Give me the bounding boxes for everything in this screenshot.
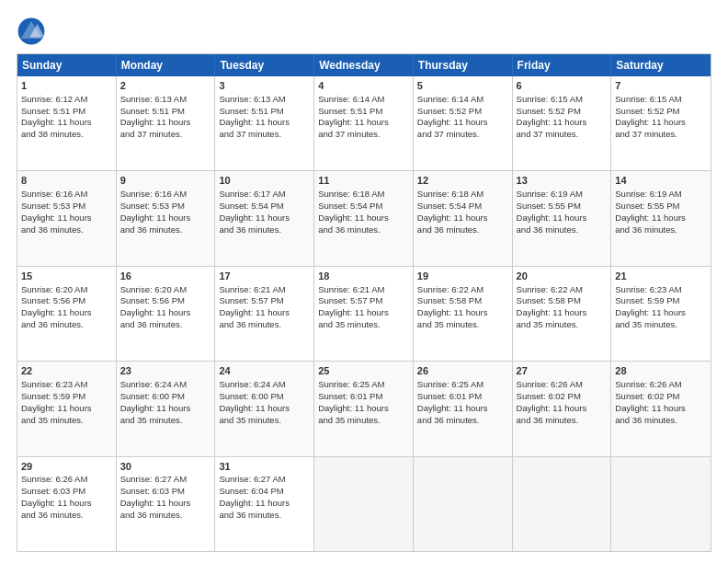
daylight-minutes: and 36 minutes. [417,224,480,235]
calendar-cell-12: 12Sunrise: 6:18 AMSunset: 5:54 PMDayligh… [414,171,513,265]
day-number: 2 [120,79,211,93]
sunrise-label: Sunrise: 6:22 AM [517,284,583,294]
sunset-label: Sunset: 6:01 PM [417,391,482,401]
day-number: 20 [517,270,608,283]
daylight-minutes: and 37 minutes. [615,129,677,139]
sunset-label: Sunset: 5:55 PM [517,201,581,211]
header-day-sunday: Sunday [17,54,117,76]
sunrise-label: Sunrise: 6:12 AM [21,94,87,104]
day-number: 21 [615,270,707,283]
daylight-minutes: and 36 minutes. [120,224,183,235]
calendar-cell-empty [513,457,612,551]
calendar-cell-7: 7Sunrise: 6:15 AMSunset: 5:52 PMDaylight… [611,76,711,170]
day-number: 5 [417,79,508,93]
daylight-label: Daylight: 11 hours [417,403,488,413]
sunset-label: Sunset: 5:57 PM [219,295,283,305]
day-number: 26 [417,364,508,378]
sunset-label: Sunset: 5:54 PM [219,201,283,211]
daylight-minutes: and 36 minutes. [517,415,579,425]
header-day-friday: Friday [513,54,612,76]
sunset-label: Sunset: 5:51 PM [318,106,382,116]
calendar-cell-15: 15Sunrise: 6:20 AMSunset: 5:56 PMDayligh… [17,267,117,361]
day-number: 19 [417,270,508,283]
daylight-minutes: and 35 minutes. [615,319,677,329]
daylight-label: Daylight: 11 hours [219,213,290,223]
sunrise-label: Sunrise: 6:13 AM [120,94,187,104]
calendar-cell-3: 3Sunrise: 6:13 AMSunset: 5:51 PMDaylight… [215,76,314,170]
logo-icon [17,17,46,46]
sunrise-label: Sunrise: 6:18 AM [318,189,384,199]
daylight-label: Daylight: 11 hours [517,117,587,127]
day-number: 7 [615,79,707,93]
daylight-minutes: and 35 minutes. [120,415,183,425]
sunrise-label: Sunrise: 6:14 AM [417,94,483,104]
sunrise-label: Sunrise: 6:24 AM [219,379,285,389]
daylight-minutes: and 35 minutes. [417,319,480,329]
sunset-label: Sunset: 5:56 PM [21,295,85,305]
day-number: 12 [417,174,508,188]
sunrise-label: Sunrise: 6:24 AM [120,379,187,389]
daylight-minutes: and 36 minutes. [219,319,281,329]
sunset-label: Sunset: 5:52 PM [517,106,581,116]
daylight-label: Daylight: 11 hours [21,307,92,317]
day-number: 6 [517,79,608,93]
calendar-cell-16: 16Sunrise: 6:20 AMSunset: 5:56 PMDayligh… [117,267,216,361]
calendar-cell-8: 8Sunrise: 6:16 AMSunset: 5:53 PMDaylight… [17,171,117,265]
daylight-label: Daylight: 11 hours [219,403,290,413]
calendar-cell-28: 28Sunrise: 6:26 AMSunset: 6:02 PMDayligh… [611,362,711,455]
daylight-minutes: and 36 minutes. [615,224,677,235]
sunrise-label: Sunrise: 6:27 AM [219,474,285,484]
sunset-label: Sunset: 5:52 PM [615,106,679,116]
day-number: 13 [517,174,608,188]
calendar-cell-2: 2Sunrise: 6:13 AMSunset: 5:51 PMDaylight… [117,76,216,170]
sunrise-label: Sunrise: 6:21 AM [318,284,384,294]
day-number: 29 [21,460,112,474]
calendar-row-2: 8Sunrise: 6:16 AMSunset: 5:53 PMDaylight… [17,170,711,265]
day-number: 14 [615,174,707,188]
sunset-label: Sunset: 6:01 PM [318,391,382,401]
sunrise-label: Sunrise: 6:20 AM [120,284,187,294]
calendar-row-3: 15Sunrise: 6:20 AMSunset: 5:56 PMDayligh… [17,266,711,361]
daylight-label: Daylight: 11 hours [120,498,191,508]
header-day-tuesday: Tuesday [215,54,314,76]
day-number: 9 [120,174,211,188]
daylight-label: Daylight: 11 hours [21,213,92,223]
daylight-label: Daylight: 11 hours [417,117,488,127]
header-day-wednesday: Wednesday [314,54,414,76]
sunset-label: Sunset: 5:51 PM [120,106,185,116]
calendar-cell-empty [314,457,414,551]
sunset-label: Sunset: 6:02 PM [615,391,679,401]
sunset-label: Sunset: 5:54 PM [318,201,382,211]
sunrise-label: Sunrise: 6:26 AM [517,379,583,389]
calendar-cell-1: 1Sunrise: 6:12 AMSunset: 5:51 PMDaylight… [17,76,117,170]
daylight-minutes: and 36 minutes. [615,415,677,425]
calendar-cell-empty [414,457,513,551]
day-number: 4 [318,79,409,93]
day-number: 11 [318,174,409,188]
daylight-minutes: and 36 minutes. [417,415,480,425]
calendar-cell-25: 25Sunrise: 6:25 AMSunset: 6:01 PMDayligh… [314,362,414,455]
daylight-label: Daylight: 11 hours [615,213,686,223]
daylight-minutes: and 35 minutes. [517,319,579,329]
sunrise-label: Sunrise: 6:18 AM [417,189,483,199]
calendar-row-1: 1Sunrise: 6:12 AMSunset: 5:51 PMDaylight… [17,76,711,170]
sunrise-label: Sunrise: 6:23 AM [21,379,87,389]
daylight-label: Daylight: 11 hours [120,213,191,223]
daylight-minutes: and 35 minutes. [318,319,381,329]
sunset-label: Sunset: 5:52 PM [417,106,482,116]
sunset-label: Sunset: 6:03 PM [21,486,85,496]
daylight-label: Daylight: 11 hours [517,403,587,413]
daylight-label: Daylight: 11 hours [120,403,191,413]
daylight-label: Daylight: 11 hours [21,117,92,127]
day-number: 8 [21,174,112,188]
calendar-cell-empty [611,457,711,551]
daylight-label: Daylight: 11 hours [417,213,488,223]
sunset-label: Sunset: 5:53 PM [21,201,85,211]
daylight-minutes: and 37 minutes. [318,129,381,139]
sunset-label: Sunset: 6:03 PM [120,486,185,496]
header-day-thursday: Thursday [414,54,513,76]
sunset-label: Sunset: 5:53 PM [120,201,185,211]
day-number: 27 [517,364,608,378]
calendar-cell-17: 17Sunrise: 6:21 AMSunset: 5:57 PMDayligh… [215,267,314,361]
calendar-cell-6: 6Sunrise: 6:15 AMSunset: 5:52 PMDaylight… [513,76,612,170]
